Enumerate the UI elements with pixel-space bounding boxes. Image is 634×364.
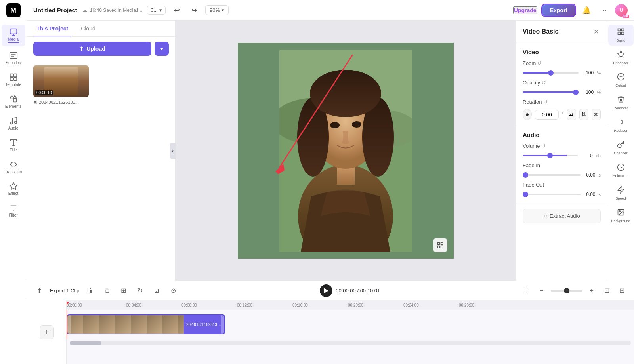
more-button[interactable]: ···: [598, 4, 610, 17]
upload-dropdown-button[interactable]: ▾: [155, 42, 169, 56]
display-toggle-button[interactable]: ⊟: [616, 285, 628, 297]
svg-rect-35: [621, 29, 624, 31]
sidebar-item-template[interactable]: Template: [2, 70, 25, 90]
template-icon: [9, 73, 18, 82]
zoom-in-button[interactable]: +: [586, 285, 598, 297]
far-right-toolbar: Basic Enhancer Cutout: [607, 21, 634, 281]
notifications-button[interactable]: 🔔: [580, 4, 593, 17]
sidebar-item-filter[interactable]: Filter: [2, 200, 25, 221]
svg-point-27: [352, 121, 361, 128]
zoom-label: Zoom ↺: [523, 60, 542, 66]
tool-cutout[interactable]: Cutout: [608, 70, 634, 91]
tool-reducer[interactable]: Reducer: [608, 115, 634, 136]
export-button[interactable]: Export: [542, 4, 575, 16]
zoom-slider[interactable]: [523, 72, 579, 74]
video-clip[interactable]: 202408211625131135.mp4: [67, 314, 225, 334]
sidebar-item-title[interactable]: Title: [2, 135, 25, 155]
flip-vertical-button[interactable]: ⇅: [579, 109, 588, 120]
sidebar-item-media[interactable]: Media: [2, 25, 25, 46]
fade-out-label: Fade Out: [523, 182, 544, 188]
add-track-button[interactable]: +: [40, 325, 54, 339]
content-area: This Project Cloud ⬆ Upload ▾: [27, 21, 634, 281]
user-avatar[interactable]: U VIP: [615, 4, 628, 17]
changer-icon: [617, 141, 625, 151]
counter-selector[interactable]: 0... ▾: [147, 6, 166, 15]
tool-changer[interactable]: Changer: [608, 137, 634, 158]
panel-title: Video Basic: [523, 28, 558, 35]
opacity-reset-icon[interactable]: ↺: [542, 80, 546, 86]
fullscreen-button[interactable]: ⛶: [521, 285, 533, 297]
preview-area: ‹: [176, 21, 516, 281]
upload-button[interactable]: ⬆ Upload: [33, 42, 151, 56]
tool-animation[interactable]: Animation: [608, 160, 634, 181]
audio-section: Audio Volume ↺ 0 db Fade In: [516, 126, 607, 203]
transform-button[interactable]: ⊿: [151, 285, 162, 297]
svg-rect-33: [441, 246, 443, 248]
rotate-button[interactable]: ↻: [134, 285, 146, 297]
sidebar-item-transition[interactable]: Transition: [2, 157, 25, 177]
tool-speed[interactable]: Speed: [608, 183, 634, 204]
remove-rotation-button[interactable]: ✕: [592, 109, 601, 120]
vip-badge: VIP: [623, 15, 629, 18]
list-item[interactable]: 00:00:10 ▣ 202408211625131...: [33, 65, 169, 105]
media-duration: 00:00:10: [35, 90, 53, 95]
reducer-icon: [617, 118, 625, 128]
redo-button[interactable]: ↪: [188, 4, 201, 17]
fade-in-slider[interactable]: [523, 174, 581, 176]
delete-clip-button[interactable]: 🗑: [84, 285, 96, 297]
zoom-out-button[interactable]: −: [536, 285, 548, 297]
crop-button[interactable]: ⊞: [117, 285, 129, 297]
sidebar-item-elements[interactable]: Elements: [2, 91, 25, 112]
tool-enhancer[interactable]: Enhancer: [608, 47, 634, 68]
svg-rect-5: [13, 74, 16, 77]
tool-basic[interactable]: Basic: [608, 25, 634, 46]
playhead: [67, 310, 67, 339]
tab-cloud[interactable]: Cloud: [78, 21, 99, 36]
zoom-selector[interactable]: 90% ▾: [205, 5, 229, 15]
svg-rect-4: [10, 74, 13, 77]
canvas[interactable]: [238, 43, 454, 259]
timeline-scrollbar[interactable]: [70, 341, 631, 345]
fade-out-slider[interactable]: [523, 194, 581, 195]
scrollbar-thumb[interactable]: [70, 341, 101, 345]
video-track: 202408211625131135.mp4: [67, 313, 634, 336]
play-button[interactable]: [320, 284, 332, 297]
svg-rect-1: [10, 53, 17, 59]
tracks-container: 202408211625131135.mp4: [67, 310, 634, 339]
upgrade-button[interactable]: Upgrade: [513, 6, 537, 14]
split-clip-button[interactable]: ⧉: [101, 285, 113, 297]
svg-point-26: [330, 122, 340, 128]
export-clip-button[interactable]: Export 1 Clip: [50, 288, 79, 293]
zoom-reset-icon[interactable]: ↺: [537, 60, 542, 66]
tool-remover[interactable]: Remover: [608, 92, 634, 113]
media-grid: 00:00:10 ▣ 202408211625131...: [27, 61, 175, 281]
filter-icon: [9, 204, 18, 212]
sidebar-item-effect[interactable]: Effect: [2, 179, 25, 199]
panel-toggle-button[interactable]: ‹: [170, 143, 176, 159]
zoom-slider[interactable]: [551, 290, 582, 292]
close-panel-button[interactable]: ✕: [591, 27, 601, 36]
flip-horizontal-button[interactable]: ⇄: [567, 109, 576, 120]
clip-resize-left[interactable]: [67, 315, 71, 334]
tab-this-project[interactable]: This Project: [33, 21, 71, 36]
rotation-input[interactable]: [535, 110, 559, 120]
svg-rect-36: [618, 32, 620, 35]
undo-button[interactable]: ↩: [170, 4, 183, 17]
sidebar-item-subtitles[interactable]: Subtitles: [2, 48, 25, 68]
svg-rect-37: [621, 32, 624, 35]
tool-background[interactable]: Background: [608, 205, 634, 226]
rotation-row: Rotation ↺: [523, 99, 601, 105]
canvas-settings-button[interactable]: [433, 238, 447, 252]
fade-in-slider-row: 0.00 s: [523, 172, 601, 178]
opacity-slider[interactable]: [523, 91, 579, 93]
volume-reset-icon[interactable]: ↺: [541, 143, 546, 149]
svg-rect-6: [10, 78, 13, 80]
export-clip-icon[interactable]: ⬆: [33, 285, 45, 297]
extract-audio-button[interactable]: ♫ Extract Audio: [523, 209, 601, 223]
project-title[interactable]: Untitled Project: [33, 7, 77, 13]
fit-button[interactable]: ⊡: [601, 285, 613, 297]
more-clip-button[interactable]: ⊙: [167, 285, 179, 297]
volume-slider[interactable]: [523, 155, 578, 156]
sidebar-item-audio[interactable]: Audio: [2, 113, 25, 133]
rotation-reset-icon[interactable]: ↺: [543, 99, 548, 105]
